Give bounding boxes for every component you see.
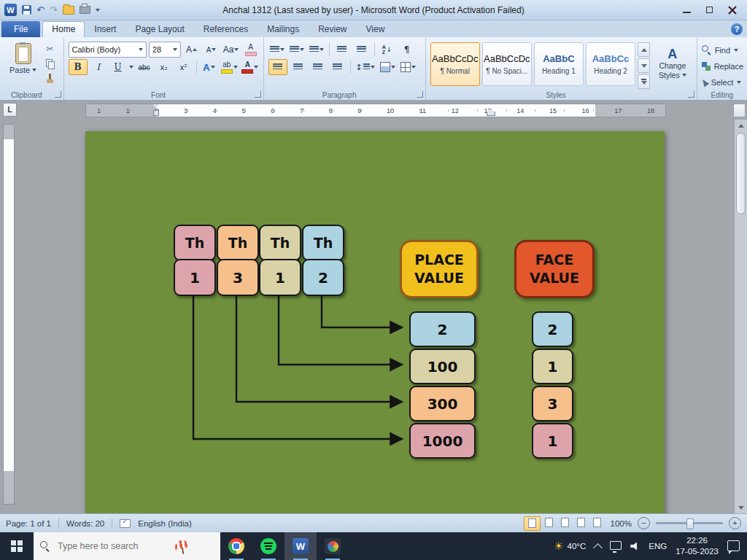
tab-page-layout[interactable]: Page Layout xyxy=(125,21,193,37)
search-input[interactable] xyxy=(56,540,169,552)
font-dialog-launcher-icon[interactable] xyxy=(255,91,261,98)
font-size-combo[interactable]: 28 xyxy=(149,42,181,58)
strikethrough-button[interactable]: abc xyxy=(136,60,153,74)
style-heading-1[interactable]: AaBbC Heading 1 xyxy=(534,42,584,86)
tab-mailings[interactable]: Mailings xyxy=(258,21,309,37)
style-heading-2[interactable]: AaBbCc Heading 2 xyxy=(586,42,635,86)
bullets-button[interactable] xyxy=(268,42,286,57)
start-button[interactable] xyxy=(0,532,34,560)
taskbar-clock[interactable]: 22:26 17-05-2023 xyxy=(676,535,719,557)
taskbar-chrome-icon[interactable] xyxy=(220,532,252,560)
help-icon[interactable]: ? xyxy=(731,23,743,35)
document-page[interactable]: Th Th Th Th 1 3 1 2 PLACE VALUE FACE VAL… xyxy=(85,131,665,513)
tab-file[interactable]: File xyxy=(1,21,40,37)
align-left-button[interactable] xyxy=(268,59,287,75)
tab-references[interactable]: References xyxy=(194,21,258,37)
tab-stop-selector[interactable]: L xyxy=(3,103,17,117)
increase-indent-button[interactable] xyxy=(353,42,371,57)
zoom-slider-thumb[interactable] xyxy=(686,518,694,529)
styles-scroll-down-button[interactable] xyxy=(638,58,650,73)
notification-center-icon[interactable] xyxy=(727,540,740,551)
page-count[interactable]: Page: 1 of 1 xyxy=(6,519,51,528)
multilevel-list-button[interactable] xyxy=(308,42,325,57)
tab-review[interactable]: Review xyxy=(309,21,356,37)
highlight-color-button[interactable]: ab xyxy=(220,60,239,74)
web-layout-view-button[interactable] xyxy=(557,516,573,529)
place-value-2[interactable]: 2 xyxy=(409,311,476,347)
underline-dropdown-icon[interactable] xyxy=(129,66,133,69)
face-value-1b[interactable]: 1 xyxy=(532,423,573,459)
place-column-header-3[interactable]: Th xyxy=(259,225,301,261)
open-folder-icon[interactable] xyxy=(63,6,74,15)
find-button[interactable]: Find xyxy=(702,44,743,56)
digit-box-2[interactable]: 2 xyxy=(302,259,344,296)
align-right-button[interactable] xyxy=(309,60,327,74)
language-indicator[interactable]: English (India) xyxy=(138,519,192,528)
grow-font-button[interactable]: A xyxy=(183,42,201,57)
zoom-slider[interactable] xyxy=(656,522,723,524)
text-effects-button[interactable]: A xyxy=(201,60,218,74)
scrollbar-thumb[interactable] xyxy=(736,133,746,214)
input-language[interactable]: ENG xyxy=(649,542,667,551)
display-tray-icon[interactable] xyxy=(610,541,622,550)
outline-view-button[interactable] xyxy=(573,516,589,529)
styles-gallery-more-button[interactable] xyxy=(638,74,650,89)
place-value-100[interactable]: 100 xyxy=(409,349,476,384)
close-button[interactable] xyxy=(727,6,737,14)
place-value-1000[interactable]: 1000 xyxy=(409,423,476,459)
tab-home[interactable]: Home xyxy=(42,21,85,37)
digit-box-3[interactable]: 3 xyxy=(217,259,259,296)
view-ruler-toggle[interactable] xyxy=(733,104,746,117)
word-logo-icon[interactable]: W xyxy=(4,4,17,16)
taskbar-photos-icon[interactable] xyxy=(317,532,349,560)
minimize-button[interactable] xyxy=(682,6,692,14)
proofing-icon[interactable] xyxy=(120,519,131,528)
volume-icon[interactable] xyxy=(630,542,640,551)
zoom-in-button[interactable]: + xyxy=(729,517,741,529)
line-spacing-button[interactable]: ↕ xyxy=(355,60,376,74)
word-count[interactable]: Words: 20 xyxy=(66,519,104,528)
paragraph-dialog-launcher-icon[interactable] xyxy=(417,91,423,98)
style-no-spacing[interactable]: AaBbCcDc ¶ No Spaci... xyxy=(482,42,532,86)
place-column-header-4[interactable]: Th xyxy=(302,225,344,261)
styles-scroll-up-button[interactable] xyxy=(638,42,650,57)
replace-button[interactable]: Replace xyxy=(702,60,743,72)
face-value-1[interactable]: 1 xyxy=(532,349,573,384)
italic-button[interactable]: I xyxy=(90,60,107,74)
restore-button[interactable] xyxy=(705,6,714,14)
sort-button[interactable]: AZ ↓ xyxy=(379,42,396,57)
shrink-font-button[interactable]: A xyxy=(203,42,220,57)
undo-icon[interactable]: ↶ xyxy=(36,5,44,15)
scroll-down-button[interactable] xyxy=(735,502,747,513)
decrease-indent-button[interactable] xyxy=(333,42,351,57)
numbering-button[interactable] xyxy=(288,42,306,57)
change-styles-button[interactable]: A Change Styles xyxy=(652,42,693,85)
place-value-300[interactable]: 300 xyxy=(409,386,476,421)
subscript-button[interactable]: x₂ xyxy=(155,60,173,74)
face-value-3[interactable]: 3 xyxy=(532,386,573,421)
taskbar-word-icon[interactable]: W xyxy=(285,532,317,560)
taskbar-search-box[interactable] xyxy=(34,532,220,560)
paste-button[interactable]: Paste xyxy=(4,41,42,84)
show-paragraph-marks-button[interactable]: ¶ xyxy=(398,42,416,57)
tab-insert[interactable]: Insert xyxy=(85,21,125,37)
shading-button[interactable] xyxy=(379,60,397,74)
underline-button[interactable]: U xyxy=(109,60,127,74)
redo-icon[interactable]: ↷ xyxy=(50,5,58,15)
copy-button[interactable] xyxy=(46,58,55,69)
styles-dialog-launcher-icon[interactable] xyxy=(688,91,694,98)
left-indent-marker[interactable] xyxy=(152,104,159,116)
clipboard-dialog-launcher-icon[interactable] xyxy=(55,91,61,98)
scroll-up-button[interactable] xyxy=(735,120,747,131)
tab-view[interactable]: View xyxy=(357,21,395,37)
digit-box-1b[interactable]: 1 xyxy=(259,259,301,296)
superscript-button[interactable]: x² xyxy=(175,60,193,74)
face-value-title[interactable]: FACE VALUE xyxy=(514,240,595,298)
clear-formatting-button[interactable]: A xyxy=(242,42,260,57)
align-center-button[interactable] xyxy=(290,60,307,74)
borders-button[interactable] xyxy=(399,60,417,74)
zoom-out-button[interactable]: − xyxy=(638,517,650,529)
zoom-level[interactable]: 100% xyxy=(611,519,632,528)
digit-box-1[interactable]: 1 xyxy=(174,259,216,296)
draft-view-button[interactable] xyxy=(589,516,605,529)
